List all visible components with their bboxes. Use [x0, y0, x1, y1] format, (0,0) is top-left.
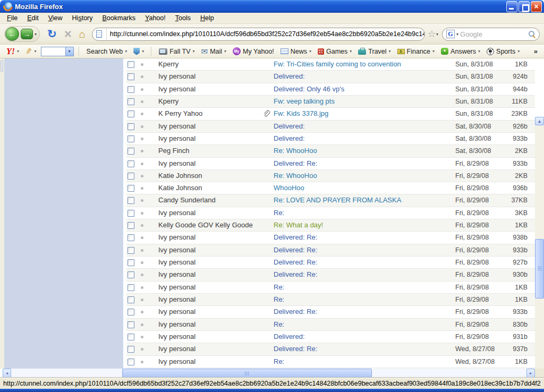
email-subject-link[interactable]: Delivered: [274, 134, 452, 142]
menu-tools[interactable]: Tools [171, 13, 196, 23]
chevron-down-icon[interactable]: ▾ [478, 49, 480, 54]
menu-file[interactable]: File [2, 13, 22, 23]
row-checkbox[interactable] [128, 321, 134, 328]
stop-button[interactable]: × [64, 29, 72, 39]
email-subject-link[interactable]: Delivered: Re: [274, 258, 452, 266]
toolbar-overflow-chevron-icon[interactable]: » [534, 47, 540, 55]
menu-bookmarks[interactable]: Bookmarks [98, 13, 141, 23]
chevron-down-icon[interactable]: ▾ [125, 49, 127, 54]
row-checkbox[interactable] [128, 185, 134, 192]
email-subject-link[interactable]: Re: WhooHoo [274, 172, 452, 180]
row-checkbox[interactable] [128, 160, 134, 167]
mail-row[interactable]: Ivy personal Re: Fri, 8/29/08 1KB [126, 282, 535, 294]
restore-button[interactable] [518, 1, 530, 12]
chevron-down-icon[interactable]: ▾ [17, 49, 19, 54]
home-button[interactable]: ⌂ [79, 28, 86, 40]
row-checkbox[interactable] [128, 110, 134, 117]
email-subject-link[interactable]: Re: [274, 295, 452, 303]
row-checkbox[interactable] [128, 210, 134, 217]
bookmark-dropdown-icon[interactable]: ▾ [436, 32, 438, 37]
email-subject-link[interactable]: Re: What a day! [274, 221, 452, 229]
yahoo-item-mail[interactable]: Mail▾ [199, 46, 229, 57]
row-checkbox[interactable] [128, 197, 134, 204]
email-subject-link[interactable]: Re: [274, 283, 452, 291]
mail-row[interactable]: K Perry Yahoo Fw: Kids 3378.jpg Sun, 8/3… [126, 108, 535, 120]
email-subject-link[interactable]: Delivered: [274, 333, 452, 340]
scroll-left-icon[interactable]: ◂ [3, 369, 11, 378]
row-checkbox[interactable] [128, 271, 134, 278]
email-subject-link[interactable]: Delivered: Re: [274, 345, 452, 353]
mail-row[interactable]: Katie Johnson Re: WhooHoo Fri, 8/29/08 2… [126, 170, 535, 182]
scroll-up-icon[interactable]: ▲ [535, 117, 544, 125]
email-subject-link[interactable]: Re: [274, 209, 452, 217]
email-subject-link[interactable]: Delivered: Re: [274, 270, 452, 278]
mail-row[interactable]: Ivy personal Delivered: Re: Fri, 8/29/08… [126, 257, 535, 269]
scroll-right-icon[interactable]: ▸ [526, 369, 535, 378]
email-subject-link[interactable]: Fw: Kids 3378.jpg [274, 109, 452, 117]
reload-button[interactable]: ↻ [47, 28, 57, 40]
row-checkbox[interactable] [128, 123, 134, 130]
yahoo-item-shield[interactable]: ▾ [131, 47, 146, 56]
combo-dropdown-icon[interactable]: ▾ [65, 47, 73, 56]
mail-row[interactable]: Kperry Fw: Tri-Cities family coming to c… [126, 58, 535, 71]
mail-row[interactable]: Ivy personal Re: Fri, 8/29/08 1KB [126, 294, 535, 306]
row-checkbox[interactable] [128, 148, 134, 155]
row-checkbox[interactable] [128, 296, 134, 303]
row-checkbox[interactable] [128, 346, 134, 353]
row-checkbox[interactable] [128, 135, 134, 142]
chevron-down-icon[interactable]: ▾ [142, 49, 144, 54]
email-subject-link[interactable]: Re: [274, 357, 452, 365]
email-subject-link[interactable]: Delivered: Re: [274, 308, 452, 316]
yahoo-search-combo[interactable]: ▾ [41, 47, 74, 56]
address-bar[interactable]: http://ctunnel.com/index.php/1010110A/dc… [92, 28, 425, 41]
search-input[interactable]: Google [460, 30, 526, 38]
mail-row[interactable]: Candy Sunderland Re: LOVE AND PRAYER FRO… [126, 194, 535, 207]
email-subject-link[interactable]: WhooHoo [274, 184, 452, 192]
mail-row[interactable]: Ivy personal Re: Fri, 8/29/08 3KB [126, 207, 535, 219]
row-checkbox[interactable] [128, 309, 134, 316]
yahoo-item-pencil[interactable]: ▾ [23, 46, 39, 57]
chevron-down-icon[interactable]: ▾ [432, 49, 435, 54]
vertical-scrollbar[interactable]: ▲ ▼ [535, 117, 544, 369]
email-subject-link[interactable]: Delivered: Re: [274, 246, 452, 254]
bookmark-star-icon[interactable]: ☆ [428, 28, 436, 40]
mail-row[interactable]: Ivy personal Delivered: Re: Wed, 8/27/08… [126, 343, 535, 355]
row-checkbox[interactable] [128, 98, 134, 105]
row-checkbox[interactable] [128, 259, 134, 266]
mail-row[interactable]: Ivy personal Delivered: Re: Fri, 8/29/08… [126, 232, 535, 244]
chevron-down-icon[interactable]: ▾ [309, 49, 311, 54]
address-url-text[interactable]: http://ctunnel.com/index.php/1010110A/dc… [107, 30, 424, 38]
yahoo-item-yahoo-logo[interactable]: ▾ [4, 46, 21, 57]
mail-row[interactable]: Peg Finch Re: WhooHoo Sat, 8/30/08 2KB [126, 145, 535, 157]
yahoo-item-news[interactable]: News▾ [278, 47, 313, 56]
mail-row[interactable]: Ivy personal Delivered: Sun, 8/31/08 924… [126, 71, 535, 83]
mail-row[interactable]: Ivy personal Delivered: Sat, 8/30/08 933… [126, 133, 535, 145]
email-subject-link[interactable]: Fw: Tri-Cities family coming to conventi… [274, 60, 452, 68]
row-checkbox[interactable] [128, 173, 134, 180]
yahoo-item-finance[interactable]: $Finance▾ [395, 47, 437, 56]
mail-row[interactable]: Ivy personal Delivered: Fri, 8/29/08 931… [126, 331, 535, 343]
menu-view[interactable]: View [44, 13, 67, 23]
mail-row[interactable]: Ivy personal Re: Fri, 8/29/08 830b [126, 319, 535, 331]
mail-row[interactable]: Ivy personal Delivered: Re: Fri, 8/29/08… [126, 306, 535, 318]
search-box[interactable]: G ▾ Google [442, 28, 540, 41]
history-dropdown-icon[interactable]: ▾ [35, 32, 37, 37]
yahoo-item-fall-tv[interactable]: Fall TV▾ [157, 47, 197, 56]
email-subject-link[interactable]: Delivered: [274, 72, 452, 80]
search-icon[interactable] [528, 30, 536, 38]
row-checkbox[interactable] [128, 284, 134, 291]
mail-row[interactable]: Ivy personal Delivered: Sat, 8/30/08 926… [126, 121, 535, 133]
horizontal-scroll-thumb[interactable] [122, 369, 372, 378]
yahoo-item-my-yahoo-[interactable]: MyMy Yahoo! [231, 47, 276, 56]
row-checkbox[interactable] [128, 86, 134, 93]
sidebar-splitter[interactable] [0, 58, 4, 369]
chevron-down-icon[interactable]: ▾ [517, 49, 520, 54]
yahoo-item-games[interactable]: Games▾ [316, 47, 354, 56]
menu-history[interactable]: History [67, 13, 98, 23]
mail-row[interactable]: Ivy personal Delivered: Re: Fri, 8/29/08… [126, 269, 535, 281]
row-checkbox[interactable] [128, 334, 134, 340]
chevron-down-icon[interactable]: ▾ [193, 49, 195, 54]
yahoo-item-sports[interactable]: Sports▾ [484, 47, 522, 56]
search-engine-icon[interactable]: G [446, 30, 455, 38]
email-subject-link[interactable]: Re: WhooHoo [274, 147, 452, 155]
